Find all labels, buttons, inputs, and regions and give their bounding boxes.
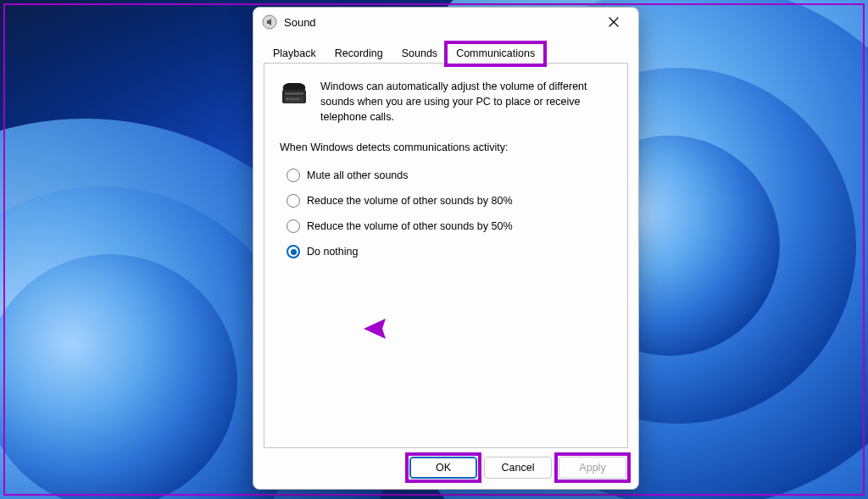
ok-button[interactable]: OK [409, 457, 477, 479]
tab-playback[interactable]: Playback [264, 43, 326, 63]
cancel-button-label: Cancel [502, 462, 535, 474]
svg-rect-7 [297, 98, 299, 100]
tab-communications[interactable]: Communications [447, 43, 544, 64]
tab-page-communications: Windows can automatically adjust the vol… [264, 63, 628, 448]
radio-icon-checked [287, 245, 300, 258]
window-title: Sound [284, 16, 316, 29]
svg-rect-6 [293, 98, 296, 100]
apply-button-label: Apply [579, 462, 605, 474]
cancel-button[interactable]: Cancel [484, 457, 552, 479]
desktop-background: Sound Playback Recording Sounds Communic… [0, 0, 868, 499]
titlebar: Sound [253, 8, 638, 36]
svg-rect-2 [285, 92, 303, 95]
close-icon [609, 17, 619, 27]
dialog-button-row: OK Cancel Apply [253, 448, 638, 489]
radio-label: Reduce the volume of other sounds by 80% [307, 195, 513, 207]
radio-option-mute[interactable]: Mute all other sounds [287, 169, 612, 182]
radio-icon [287, 219, 300, 233]
radio-label: Do nothing [307, 246, 358, 258]
sound-dialog: Sound Playback Recording Sounds Communic… [253, 7, 639, 490]
radio-option-reduce-50[interactable]: Reduce the volume of other sounds by 50% [287, 219, 612, 233]
apply-button[interactable]: Apply [559, 457, 626, 479]
radio-option-do-nothing[interactable]: Do nothing [287, 245, 612, 258]
annotation-arrow-icon [360, 317, 496, 341]
svg-rect-4 [287, 98, 289, 100]
sound-icon [262, 14, 277, 30]
tab-communications-label: Communications [456, 47, 535, 59]
close-button[interactable] [594, 9, 633, 35]
ok-button-label: OK [436, 462, 451, 474]
radio-label: Mute all other sounds [307, 169, 409, 181]
radio-group: Mute all other sounds Reduce the volume … [280, 169, 612, 270]
tab-recording[interactable]: Recording [326, 43, 392, 63]
radio-icon [287, 194, 300, 208]
tab-strip: Playback Recording Sounds Communications [264, 43, 628, 63]
tab-sounds[interactable]: Sounds [392, 43, 447, 63]
description-text: Windows can automatically adjust the vol… [320, 79, 612, 125]
phone-icon [280, 79, 310, 109]
section-label: When Windows detects communications acti… [280, 141, 612, 153]
svg-rect-5 [290, 98, 292, 100]
radio-option-reduce-80[interactable]: Reduce the volume of other sounds by 80% [287, 194, 612, 208]
radio-label: Reduce the volume of other sounds by 50% [307, 220, 513, 232]
radio-icon [287, 169, 300, 182]
